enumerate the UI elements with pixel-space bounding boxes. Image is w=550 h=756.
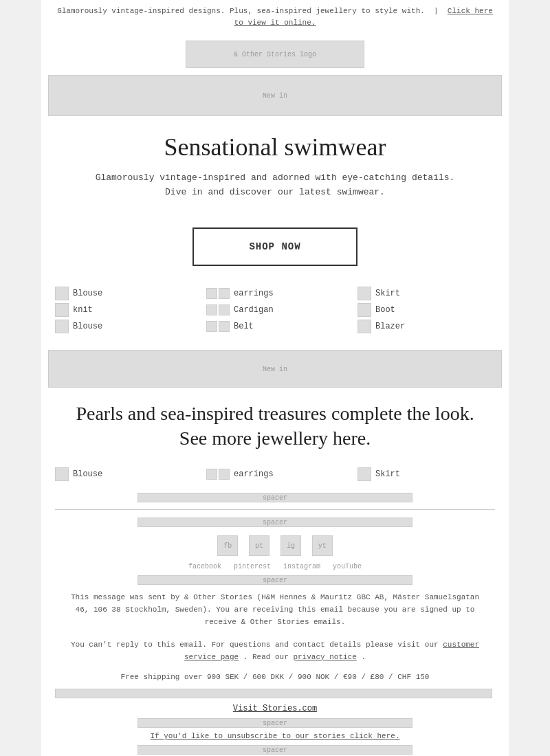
privacy-notice-link[interactable]: privacy notice bbox=[293, 653, 356, 661]
shop-now-button[interactable]: SHOP NOW bbox=[192, 227, 357, 266]
product-label: Blazer bbox=[375, 322, 405, 331]
banner1-row: New in bbox=[41, 72, 509, 119]
pinterest-icon[interactable]: pt bbox=[249, 535, 270, 556]
footer-reply-text: You can't reply to this email. For quest… bbox=[71, 641, 439, 649]
list-item: Cardigan bbox=[206, 303, 344, 317]
spacer3-image: spacer bbox=[138, 575, 412, 585]
hero-title: Sensational swimwear bbox=[69, 133, 481, 162]
product-image bbox=[55, 303, 69, 317]
logo-row: & Other Stories logo bbox=[41, 34, 509, 72]
banner2-image: New in bbox=[48, 350, 502, 388]
list-item: Blouse bbox=[55, 320, 192, 333]
product-image-double bbox=[206, 469, 230, 480]
product-label: Blouse bbox=[73, 322, 102, 331]
facebook-label: facebook bbox=[188, 563, 221, 570]
list-item: Blouse bbox=[55, 467, 192, 481]
list-item: Blazer bbox=[358, 320, 495, 333]
product-image bbox=[55, 467, 69, 481]
product-image-double bbox=[206, 288, 230, 299]
spacer4-row: spacer bbox=[41, 716, 509, 729]
product-image bbox=[55, 287, 69, 300]
youtube-icon[interactable]: yt bbox=[312, 535, 333, 556]
hero-subtitle: Glamorously vintage-inspired and adorned… bbox=[82, 171, 468, 200]
product-image-double bbox=[206, 304, 230, 315]
spacer5-image: spacer bbox=[138, 745, 412, 755]
list-item: Belt bbox=[206, 320, 344, 333]
spacer3-row: spacer bbox=[41, 573, 509, 586]
footer-reply: You can't reply to this email. For quest… bbox=[41, 634, 509, 669]
spacer2-row: spacer bbox=[41, 515, 509, 529]
hr-image-row bbox=[41, 685, 509, 701]
facebook-icon[interactable]: fb bbox=[217, 535, 238, 556]
banner1-image: New in bbox=[48, 75, 502, 116]
spacer5-row: spacer bbox=[41, 743, 509, 756]
list-item: Blouse bbox=[55, 287, 192, 300]
footer-legal: This message was sent by & Other Stories… bbox=[41, 586, 509, 634]
product-grid-1: Blouse earrings Skirt knit bbox=[41, 280, 509, 343]
social-labels: facebook pinterest instagram youTube bbox=[41, 563, 509, 573]
visit-stories-link[interactable]: Visit Stories.com bbox=[233, 704, 317, 713]
list-item: earrings bbox=[206, 287, 344, 300]
footer-read-our: . Read our bbox=[243, 653, 289, 661]
product-label: Cardigan bbox=[234, 305, 274, 315]
product-row: Blouse Belt Blazer bbox=[55, 320, 495, 333]
product-label: Blouse bbox=[73, 469, 102, 479]
product-image bbox=[358, 320, 371, 333]
topbar-separator: | bbox=[434, 7, 439, 15]
divider bbox=[55, 509, 495, 510]
product-row: Blouse earrings Skirt bbox=[55, 467, 495, 481]
footer-legal-text: This message was sent by & Other Stories… bbox=[62, 592, 488, 628]
unsubscribe-row: If you'd like to unsubscribe to our stor… bbox=[41, 729, 509, 743]
product-label: Boot bbox=[375, 305, 395, 315]
social-row: fb pt ig yt bbox=[41, 529, 509, 563]
list-item: Boot bbox=[358, 303, 495, 317]
list-item: Skirt bbox=[358, 287, 495, 300]
footer-shipping: Free shipping over 900 SEK / 600 DKK / 9… bbox=[41, 669, 509, 685]
instagram-icon[interactable]: ig bbox=[280, 535, 301, 556]
product-label: earrings bbox=[234, 469, 274, 479]
top-bar: Glamorously vintage-inspired designs. Pl… bbox=[41, 0, 509, 34]
product-grid-2: Blouse earrings Skirt bbox=[41, 460, 509, 491]
list-item: knit bbox=[55, 303, 192, 317]
hero-section: Sensational swimwear Glamorously vintage… bbox=[41, 119, 509, 221]
cta-container: SHOP NOW bbox=[41, 221, 509, 280]
email-container: Glamorously vintage-inspired designs. Pl… bbox=[41, 0, 509, 756]
visit-link-row: Visit Stories.com bbox=[41, 701, 509, 716]
product-image bbox=[358, 467, 371, 481]
product-label: Skirt bbox=[375, 289, 400, 298]
product-row: knit Cardigan Boot bbox=[55, 303, 495, 317]
jewellery-title: Pearls and sea-inspired treasures comple… bbox=[69, 401, 481, 452]
product-label: Belt bbox=[234, 322, 254, 331]
youtube-label: youTube bbox=[333, 563, 362, 570]
product-label: Blouse bbox=[73, 289, 102, 298]
product-image bbox=[55, 320, 69, 333]
instagram-label: instagram bbox=[283, 563, 320, 570]
product-label: knit bbox=[73, 305, 93, 315]
product-image-double bbox=[206, 321, 230, 332]
pinterest-label: pinterest bbox=[234, 563, 271, 570]
hr-image bbox=[55, 689, 492, 698]
spacer2-image: spacer bbox=[138, 518, 412, 527]
list-item: Skirt bbox=[358, 467, 495, 481]
product-image bbox=[358, 287, 371, 300]
spacer1-row: spacer bbox=[41, 491, 509, 504]
product-label: Skirt bbox=[375, 469, 400, 479]
spacer1-image: spacer bbox=[138, 493, 412, 502]
product-row: Blouse earrings Skirt bbox=[55, 287, 495, 300]
list-item: earrings bbox=[206, 467, 344, 481]
jewellery-section: Pearls and sea-inspired treasures comple… bbox=[41, 390, 509, 461]
logo-image: & Other Stories logo bbox=[186, 41, 364, 68]
product-label: earrings bbox=[234, 289, 274, 298]
unsubscribe-link[interactable]: If you'd like to unsubscribe to our stor… bbox=[150, 732, 399, 740]
banner2-row: New in bbox=[41, 343, 509, 390]
topbar-text: Glamorously vintage-inspired designs. Pl… bbox=[57, 7, 425, 15]
product-image bbox=[358, 303, 371, 317]
shipping-text: Free shipping over 900 SEK / 600 DKK / 9… bbox=[121, 673, 430, 681]
spacer4-image: spacer bbox=[138, 718, 412, 728]
footer-period: . bbox=[361, 653, 366, 661]
